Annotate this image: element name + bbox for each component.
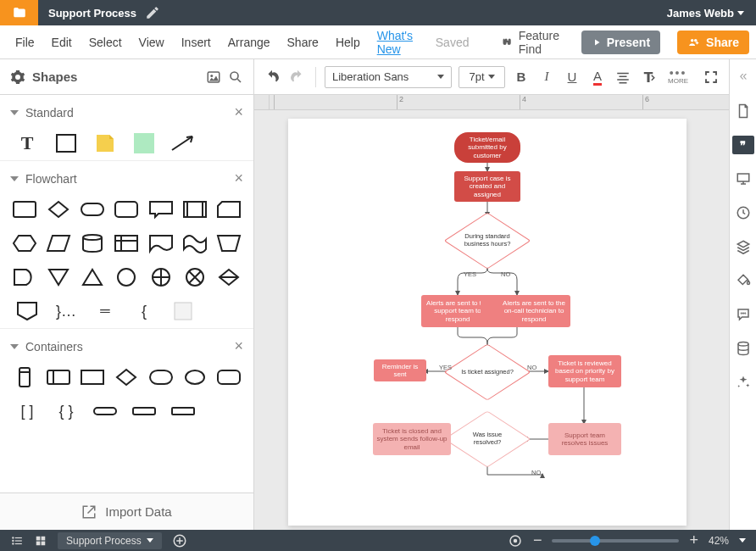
fc-note2[interactable]	[166, 299, 200, 323]
shape-text[interactable]: T	[10, 131, 44, 155]
menu-file[interactable]: File	[15, 36, 35, 49]
c-10[interactable]	[88, 399, 122, 423]
fc-rounded[interactable]	[112, 198, 141, 221]
image-icon[interactable]	[206, 70, 221, 85]
menu-help[interactable]: Help	[336, 36, 360, 49]
undo-button[interactable]	[263, 68, 281, 86]
c-4[interactable]	[112, 365, 141, 389]
fc-sort[interactable]	[214, 265, 243, 289]
node-n8[interactable]: Support team resolves issues	[548, 423, 621, 455]
grid-icon[interactable]	[34, 535, 47, 547]
node-n5[interactable]: Reminder is sent	[374, 359, 426, 381]
dock-fill[interactable]	[734, 271, 753, 290]
feature-find[interactable]: Feature Find	[503, 29, 564, 56]
collapse-dock-button[interactable]: »	[734, 68, 753, 86]
fc-callout[interactable]	[147, 198, 175, 221]
dock-data[interactable]	[734, 339, 753, 358]
user-menu[interactable]: James Webb	[655, 7, 756, 19]
close-icon[interactable]: ×	[234, 103, 243, 121]
fc-tape[interactable]	[181, 231, 209, 255]
section-containers[interactable]: Containers ×	[0, 328, 253, 360]
share-button[interactable]: Share	[677, 31, 749, 54]
dock-layers[interactable]	[734, 237, 753, 256]
c-7[interactable]	[214, 365, 243, 389]
fc-cylinder[interactable]	[78, 231, 107, 255]
shape-arrow[interactable]	[166, 131, 200, 155]
zoom-in-button[interactable]: +	[689, 532, 698, 549]
fc-extract[interactable]	[78, 265, 107, 289]
section-flowchart[interactable]: Flowchart ×	[0, 160, 253, 192]
align-button[interactable]	[614, 68, 632, 86]
node-start[interactable]: Ticket/email submitted by customer	[454, 132, 520, 163]
zoom-slider[interactable]	[552, 539, 679, 543]
menu-view[interactable]: View	[139, 36, 164, 49]
fullscreen-button[interactable]	[702, 68, 720, 86]
node-d1[interactable]: During standard business hours?	[453, 219, 522, 263]
text-format-button[interactable]	[639, 68, 658, 86]
node-n4b[interactable]: Alerts are sent to the on-call technicia…	[498, 295, 570, 327]
search-icon[interactable]	[228, 70, 243, 85]
redo-button[interactable]	[288, 68, 307, 86]
node-d2[interactable]: Is ticket assigned?	[453, 350, 522, 394]
import-data-button[interactable]: Import Data	[0, 493, 253, 530]
text-color-button[interactable]: A	[588, 68, 607, 86]
italic-button[interactable]: I	[537, 68, 556, 86]
menu-select[interactable]: Select	[89, 36, 122, 49]
node-n6[interactable]: Ticket is reviewed based on priority by …	[548, 355, 621, 387]
menu-whats-new[interactable]: What's New	[377, 29, 419, 56]
c-2[interactable]	[44, 365, 73, 389]
fc-parallelogram[interactable]	[44, 231, 73, 255]
node-d3[interactable]: Was issue resolved?	[453, 417, 522, 461]
dock-present[interactable]	[734, 170, 753, 188]
page-tab[interactable]: Support Process	[58, 532, 162, 549]
shape-square[interactable]	[49, 131, 83, 155]
c-6[interactable]	[181, 365, 209, 389]
add-page-button[interactable]	[172, 533, 187, 548]
shape-note[interactable]	[88, 131, 122, 155]
c-11[interactable]	[127, 399, 161, 423]
fc-diamond[interactable]	[44, 198, 73, 221]
close-icon[interactable]: ×	[234, 170, 243, 187]
fc-document[interactable]	[147, 231, 175, 255]
list-icon[interactable]	[10, 535, 24, 547]
c-8[interactable]: [ ]	[10, 399, 44, 423]
close-icon[interactable]: ×	[234, 337, 243, 355]
fc-halfround[interactable]	[10, 265, 39, 289]
present-button[interactable]: Present	[581, 31, 660, 54]
fc-offpage[interactable]	[10, 299, 44, 323]
c-12[interactable]	[166, 399, 200, 423]
canvas[interactable]: Ticket/email submitted by customer Suppo…	[254, 110, 729, 530]
back-to-docs-button[interactable]	[0, 0, 38, 25]
fc-brace-r[interactable]: }…	[49, 299, 83, 323]
zoom-out-button[interactable]: −	[533, 532, 542, 549]
dock-doc[interactable]	[734, 102, 753, 120]
node-n2[interactable]: Support case is created and assigned	[454, 171, 520, 202]
c-5[interactable]	[147, 365, 175, 389]
fc-brace-l[interactable]: {	[127, 299, 161, 323]
c-9[interactable]: { }	[49, 399, 83, 423]
font-size-select[interactable]: 7pt	[459, 66, 505, 88]
fc-merge[interactable]	[44, 265, 73, 289]
target-icon[interactable]	[508, 533, 523, 548]
fc-or[interactable]	[181, 265, 209, 289]
c-1[interactable]	[10, 365, 39, 389]
doc-title-wrap[interactable]: Support Process	[38, 5, 170, 20]
dock-history[interactable]	[734, 203, 753, 222]
bold-button[interactable]: B	[512, 68, 531, 86]
menu-insert[interactable]: Insert	[181, 36, 211, 49]
fc-sum[interactable]	[147, 265, 175, 289]
dock-quote[interactable]: ❞	[732, 136, 754, 154]
fc-card[interactable]	[214, 198, 243, 221]
more-formatting[interactable]: ••• MORE	[668, 69, 688, 85]
fc-hex[interactable]	[10, 231, 39, 255]
fc-internal[interactable]	[112, 231, 141, 255]
c-3[interactable]	[78, 365, 107, 389]
menu-share[interactable]: Share	[287, 36, 319, 49]
dock-comments[interactable]	[734, 305, 753, 324]
fc-circle[interactable]	[112, 265, 141, 289]
zoom-thumb[interactable]	[590, 536, 600, 546]
document-page[interactable]: Ticket/email submitted by customer Suppo…	[288, 119, 687, 526]
fc-terminator[interactable]	[78, 198, 107, 221]
menu-edit[interactable]: Edit	[52, 36, 72, 49]
menu-arrange[interactable]: Arrange	[228, 36, 270, 49]
